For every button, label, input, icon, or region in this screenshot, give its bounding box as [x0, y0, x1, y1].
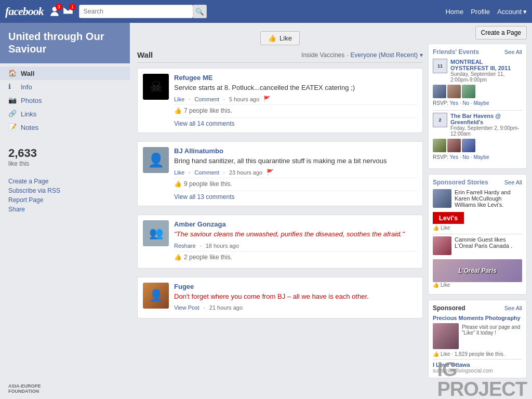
post-3-reshare-action[interactable]: Reshare: [174, 243, 196, 249]
post-1-comments-link[interactable]: View all 14 comments: [174, 117, 417, 127]
sidebar-item-info[interactable]: ℹ Info: [0, 80, 130, 94]
friends-badge: 3: [56, 4, 62, 10]
sidebar-nav: 🏠 Wall ℹ Info 📷 Photos 🔗 Links 📝 Notes: [0, 66, 130, 134]
event-1-info: MONTREAL OYSTERFEST III, 2011 Sunday, Se…: [450, 59, 522, 83]
post-2: 👤 BJ Allinatumbo Bring hand sanitizer, a…: [137, 141, 423, 206]
sidebar-notes-label: Notes: [21, 124, 38, 131]
filter-chevron-icon: ▾: [420, 51, 423, 59]
event-2-rsvp-maybe[interactable]: Maybe: [473, 154, 489, 160]
sponsored-title: Sponsored: [433, 304, 466, 312]
post-3-text: "The saviour cleans the unwashed, purifi…: [174, 230, 417, 239]
sidebar-rss-link[interactable]: Subscribe via RSS: [8, 187, 122, 194]
post-2-text: Bring hand sanitizer, all this quarantin…: [174, 156, 417, 166]
friends-events-see-all[interactable]: See All: [504, 49, 522, 55]
sidebar-item-photos[interactable]: 📷 Photos: [0, 94, 130, 107]
likes-label: like this: [8, 160, 122, 167]
post-4-actions: View Post · 21 hours ago: [174, 304, 417, 311]
profile-link[interactable]: Profile: [471, 8, 490, 16]
event-2-header: 2 The Bar Havens @ Greenfield's Friday, …: [433, 113, 522, 137]
event-1-rsvp-no[interactable]: No: [462, 100, 469, 106]
event-2-photo-1: [433, 139, 446, 152]
like-bar: 👍 Like: [137, 28, 423, 50]
event-photo-2: [447, 85, 461, 98]
event-2-name[interactable]: The Bar Havens @ Greenfield's: [450, 113, 522, 125]
sponsored-see-all[interactable]: See All: [504, 305, 522, 311]
home-link[interactable]: Home: [445, 8, 463, 16]
levis-like-label[interactable]: Like: [441, 225, 450, 231]
event-1-rsvp: RSVP: Yes · No · Maybe: [433, 100, 522, 106]
event-2-date-badge: 2: [433, 113, 447, 127]
search-input[interactable]: [79, 5, 193, 18]
post-4-view-post[interactable]: View Post: [174, 304, 200, 311]
friends-events-section: Friends' Events See All 11 MONTREAL OYST…: [428, 44, 527, 169]
event-1-header: 11 MONTREAL OYSTERFEST III, 2011 Sunday,…: [433, 59, 522, 83]
post-1-author[interactable]: Refugee ME: [174, 74, 212, 82]
event-2-rsvp-yes[interactable]: Yes: [450, 154, 458, 160]
post-1-like-action[interactable]: Like: [174, 96, 184, 102]
right-sidebar: Create a Page Friends' Events See All 11…: [428, 23, 532, 399]
sponsored-stories-section: Sponsored Stories See All Erin Farrell H…: [428, 174, 527, 295]
post-2-author[interactable]: BJ Allinatumbo: [174, 147, 223, 155]
loreal-ad-img: L'Oréal Paris: [433, 259, 522, 282]
asia-europe-footer: ASIA-EUROPEFOUNDATION: [8, 383, 41, 394]
post-3-author[interactable]: Amber Gonzaga: [174, 220, 226, 228]
sidebar-item-wall[interactable]: 🏠 Wall: [0, 66, 130, 80]
likes-number: 2,633: [8, 147, 122, 160]
levis-brand-area: Levi's 👍 Like: [433, 212, 522, 231]
create-page-area: Create a Page: [428, 26, 527, 39]
event-1-rsvp-maybe[interactable]: Maybe: [473, 100, 489, 106]
search-button[interactable]: 🔍: [193, 5, 207, 18]
event-2-date: Friday, September 2, 9:00pm-12:00am: [450, 125, 522, 137]
friends-icon-badge[interactable]: 3: [49, 6, 60, 17]
event-1-name[interactable]: MONTREAL OYSTERFEST III, 2011: [450, 59, 522, 71]
sidebar-item-notes[interactable]: 📝 Notes: [0, 121, 130, 134]
sponsored-story-1-desc: Erin Farrell Hardy and Karen McCullough …: [455, 189, 511, 208]
post-1-text: Service starts at 8. Potluck...cancelled…: [174, 83, 417, 92]
event-2-photo-3: [462, 139, 475, 152]
post-3-avatar: 👥: [143, 220, 169, 246]
post-4-author[interactable]: Fugee: [174, 283, 194, 290]
post-2-comment-action[interactable]: Comment: [194, 169, 219, 176]
post-2-body: BJ Allinatumbo Bring hand sanitizer, all…: [174, 147, 417, 201]
sponsored-stories-header: Sponsored Stories See All: [433, 179, 522, 186]
messages-icon-badge[interactable]: 1: [62, 6, 74, 17]
sidebar-share-link[interactable]: Share: [8, 206, 122, 213]
ig-project-watermark: IGPROJECT: [437, 360, 527, 399]
sponsored-ad-title[interactable]: Precious Moments Photography: [433, 315, 522, 321]
post-3-like-count: 2 people like this.: [184, 254, 232, 261]
post-2-time: 23 hours ago: [229, 169, 262, 176]
loreal-like: 👍 Like: [433, 282, 522, 288]
sponsored-ad-stats-text: Like · 1,829 people like this.: [441, 351, 504, 357]
post-4-body: Fugee Don't forget where you come from B…: [174, 283, 417, 313]
sponsored-stories-title: Sponsored Stories: [433, 179, 488, 186]
account-dropdown[interactable]: Account ▾: [497, 8, 527, 16]
event-1-rsvp-yes[interactable]: Yes: [450, 100, 458, 106]
post-2-like-count: 9 people like this.: [184, 180, 232, 188]
post-2-likes: 👍 9 people like this.: [174, 178, 417, 190]
sponsored-stories-see-all[interactable]: See All: [504, 179, 522, 185]
nav-right: Home Profile Account ▾: [445, 8, 527, 16]
sponsored-like-icon: 👍: [433, 351, 439, 357]
logo-area: facebook 3 1: [5, 5, 74, 18]
sidebar-item-links[interactable]: 🔗 Links: [0, 107, 130, 121]
like-page-label: Like: [280, 34, 292, 42]
like-page-button[interactable]: 👍 Like: [260, 31, 300, 45]
facebook-logo: facebook: [5, 5, 44, 18]
post-2-comments-link[interactable]: View all 13 comments: [174, 191, 417, 201]
sidebar-wall-label: Wall: [21, 70, 34, 77]
wall-filter-mode[interactable]: Everyone (Most Recent): [351, 51, 418, 59]
nav-icons: 3 1: [49, 6, 74, 17]
event-2-photos: [433, 139, 522, 152]
account-label: Account: [497, 8, 522, 16]
create-page-button[interactable]: Create a Page: [475, 26, 527, 39]
event-photo-1: [433, 85, 446, 98]
wall-title: Wall: [137, 50, 153, 59]
sidebar-create-page-link[interactable]: Create a Page: [8, 178, 122, 185]
sidebar-report-link[interactable]: Report Page: [8, 196, 122, 204]
page-layout: United through Our Saviour 🏠 Wall ℹ Info…: [0, 23, 532, 399]
loreal-like-label[interactable]: Like: [441, 282, 450, 288]
post-2-actions: Like · Comment · 23 hours ago 🚩: [174, 169, 417, 176]
post-2-like-action[interactable]: Like: [174, 169, 184, 176]
event-2-rsvp-no[interactable]: No: [462, 154, 469, 160]
post-1-comment-action[interactable]: Comment: [194, 96, 219, 102]
